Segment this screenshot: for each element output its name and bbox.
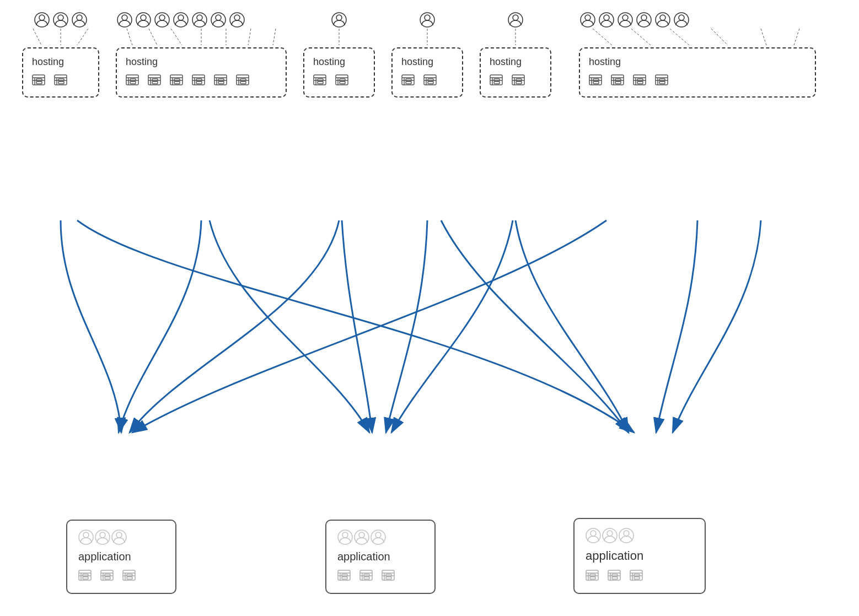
svg-rect-46 <box>130 79 136 81</box>
app-user-icons-3 <box>586 528 634 543</box>
svg-line-138 <box>711 29 728 45</box>
svg-rect-158 <box>637 82 643 84</box>
app-group-3: application <box>573 518 706 594</box>
db-icon <box>630 569 649 584</box>
arrow-h1-a1 <box>61 220 121 433</box>
user-icon <box>33 11 51 29</box>
hosting-group-4: hosting <box>391 11 463 98</box>
db-icon <box>337 569 357 584</box>
svg-point-131 <box>660 15 665 20</box>
svg-rect-223 <box>590 574 595 576</box>
arrow-h6-a3 <box>656 220 697 433</box>
svg-rect-236 <box>634 577 640 579</box>
svg-point-189 <box>342 532 348 538</box>
connector-lines-5 <box>480 29 551 45</box>
hosting-box-3: hosting <box>303 47 375 98</box>
svg-line-37 <box>171 29 182 45</box>
arrow-h4-a3 <box>441 220 629 433</box>
connector-lines-1 <box>22 29 99 45</box>
svg-rect-71 <box>218 82 224 84</box>
user-icon <box>95 529 110 545</box>
db-icon <box>170 73 190 89</box>
svg-rect-176 <box>83 577 88 579</box>
svg-rect-52 <box>152 79 158 81</box>
arrow-h4-a2 <box>386 220 427 433</box>
svg-line-135 <box>593 29 612 45</box>
app-db-icons-2 <box>337 569 401 584</box>
db-icons-1 <box>32 73 74 89</box>
app-user-icons-2 <box>337 529 386 545</box>
user-icon <box>619 528 634 543</box>
db-icon <box>126 73 146 89</box>
app-box-3: application <box>573 518 706 594</box>
svg-rect-20 <box>58 82 64 84</box>
svg-rect-164 <box>659 82 665 84</box>
user-icons-4 <box>391 11 463 29</box>
user-icon <box>598 11 615 29</box>
hosting-box-4: hosting <box>391 47 463 98</box>
arrow-h3-a2 <box>342 220 372 433</box>
user-icon <box>111 529 127 545</box>
hosting-group-1: hosting <box>22 11 99 98</box>
app-label-3: application <box>586 549 643 563</box>
db-icon <box>335 73 355 89</box>
user-icons-2 <box>116 11 287 29</box>
db-icons-6 <box>589 73 675 89</box>
user-icons-5 <box>480 11 551 29</box>
svg-line-36 <box>149 29 157 45</box>
user-icon <box>337 529 353 545</box>
svg-point-133 <box>679 15 684 20</box>
db-icons-2 <box>126 73 256 89</box>
svg-point-169 <box>116 532 122 538</box>
db-icon <box>633 73 653 89</box>
svg-rect-224 <box>590 577 595 579</box>
app-group-1: application <box>66 520 176 594</box>
svg-rect-152 <box>615 82 621 84</box>
svg-point-93 <box>425 15 430 20</box>
app-db-icons-3 <box>586 569 649 584</box>
user-icon <box>135 11 152 29</box>
svg-point-27 <box>178 15 184 20</box>
connector-lines-2 <box>116 29 287 45</box>
svg-line-40 <box>248 29 251 45</box>
svg-rect-70 <box>218 79 224 81</box>
db-icon <box>54 73 74 89</box>
svg-rect-205 <box>364 574 369 576</box>
svg-point-0 <box>39 15 45 20</box>
user-icons-1 <box>22 11 99 29</box>
user-icon <box>371 529 386 545</box>
svg-rect-206 <box>364 577 369 579</box>
svg-point-21 <box>122 15 127 20</box>
db-icon <box>589 73 609 89</box>
db-icon <box>611 73 631 89</box>
svg-rect-199 <box>342 574 347 576</box>
user-icons-3 <box>303 11 375 29</box>
hosting-label-1: hosting <box>32 56 64 68</box>
svg-rect-100 <box>406 79 411 81</box>
db-icon <box>148 73 168 89</box>
svg-rect-91 <box>340 79 345 81</box>
db-icon <box>423 73 443 89</box>
hosting-group-6: hosting <box>579 11 816 98</box>
user-icon <box>210 11 227 29</box>
svg-point-191 <box>359 532 364 538</box>
svg-rect-77 <box>240 82 246 84</box>
svg-rect-182 <box>105 577 110 579</box>
arrow-h3-a1 <box>130 220 339 433</box>
hosting-box-2: hosting <box>116 47 287 98</box>
app-box-2: application <box>325 520 436 594</box>
user-icon <box>191 11 208 29</box>
svg-rect-175 <box>83 574 88 576</box>
user-icon <box>228 11 246 29</box>
user-icon <box>635 11 653 29</box>
svg-rect-187 <box>127 574 132 576</box>
connector-lines-4 <box>391 29 463 45</box>
svg-rect-19 <box>58 79 64 81</box>
db-icon <box>359 569 379 584</box>
svg-line-140 <box>794 29 799 45</box>
svg-rect-64 <box>196 79 202 81</box>
svg-point-165 <box>83 532 89 538</box>
user-icon <box>71 11 88 29</box>
svg-rect-14 <box>36 82 42 84</box>
hosting-box-6: hosting <box>579 47 816 98</box>
